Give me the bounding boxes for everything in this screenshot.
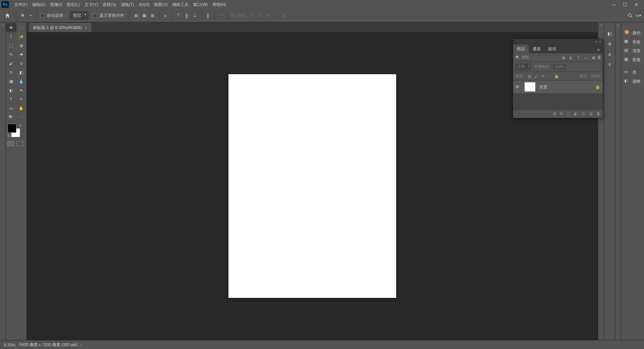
foreground-color[interactable] (7, 124, 16, 133)
panel-close-icon[interactable]: × (599, 40, 601, 44)
adjustment-layer-icon[interactable]: ◐ (574, 111, 578, 116)
show-transform-checkbox[interactable] (93, 13, 97, 18)
menu-select[interactable]: 选择(S) (100, 0, 119, 9)
menu-type[interactable]: 文字(Y) (82, 0, 101, 9)
document-tab-close[interactable]: × (85, 25, 88, 31)
layer-lock-icon[interactable]: 🔒 (595, 85, 600, 89)
canvas[interactable] (228, 74, 396, 298)
zoom-level[interactable]: 8.33% (4, 343, 15, 347)
swap-colors-icon[interactable]: ⤭ (19, 124, 22, 127)
menu-edit[interactable]: 编辑(E) (30, 0, 48, 9)
layer-mask-icon[interactable]: ◻ (567, 111, 570, 116)
blur-tool[interactable]: 💧 (16, 77, 27, 86)
eraser-tool[interactable]: ◧ (16, 68, 27, 77)
crop-tool[interactable]: ⛶ (6, 41, 16, 50)
filter-kind-label[interactable]: 类型 (521, 55, 529, 60)
menu-file[interactable]: 文件(F) (12, 0, 30, 9)
lasso-tool[interactable]: ⌇ (6, 32, 16, 41)
opacity-value[interactable]: 100% (553, 65, 566, 69)
hand-tool[interactable]: ✋ (16, 104, 27, 113)
healing-brush-tool[interactable]: ✚ (16, 50, 27, 59)
align-left-icon[interactable]: ▤ (133, 12, 139, 19)
menu-help[interactable]: 帮助(H) (210, 0, 228, 9)
document-tab[interactable]: 未标题-1 @ 8.33%(RGB/8) × (29, 23, 91, 32)
distribute-icon[interactable]: ≡ (162, 12, 169, 19)
tab-paths[interactable]: 路径 (544, 45, 560, 53)
minimize-button[interactable]: ─ (610, 1, 617, 7)
tab-channels[interactable]: 通道 (529, 45, 544, 53)
filter-adjust-icon[interactable]: ◐ (568, 55, 574, 60)
panel-libraries[interactable]: ▭ 库 (621, 68, 644, 77)
history-brush-tool[interactable]: ↻ (6, 68, 16, 77)
layer-visibility-icon[interactable]: 👁 (515, 85, 521, 89)
gradient-tool[interactable]: ▦ (6, 77, 16, 86)
filter-pixel-icon[interactable]: ▦ (561, 55, 566, 60)
align-bottom-icon[interactable]: ⊥ (192, 12, 198, 19)
magic-wand-tool[interactable]: ✨ (16, 32, 27, 41)
more-align-icon[interactable]: ⋯ (218, 12, 224, 19)
move-preset-dropdown[interactable]: ▾ (27, 12, 34, 19)
menu-image[interactable]: 图像(I) (48, 0, 64, 9)
maximize-button[interactable]: ☐ (622, 1, 628, 7)
rect-marquee-tool[interactable]: ⬚ (16, 23, 27, 32)
close-button[interactable]: ✕ (633, 1, 640, 7)
move-tool[interactable]: ✥ (6, 23, 16, 32)
character-panel-icon[interactable]: A (604, 49, 615, 60)
properties-panel-icon[interactable]: ▮▯ (604, 28, 615, 39)
panel-menu-icon[interactable]: ≡ (594, 46, 603, 53)
brush-tool[interactable]: 🖌 (6, 59, 16, 68)
filter-toggle[interactable] (598, 56, 600, 59)
pen-tool[interactable]: ✒ (16, 86, 27, 95)
panel-gradients[interactable]: ▤ 渐变 (621, 46, 644, 55)
auto-select-checkbox[interactable] (40, 13, 45, 18)
layer-thumbnail[interactable] (524, 82, 536, 92)
home-button[interactable] (2, 11, 13, 20)
layer-row[interactable]: 👁 背景 🔒 (513, 81, 603, 93)
layer-name[interactable]: 背景 (539, 84, 591, 90)
filter-shape-icon[interactable]: ▭ (583, 55, 588, 60)
group-icon[interactable]: 🗀 (581, 111, 585, 116)
panel-adjustments[interactable]: ◐ 调整 (621, 77, 644, 86)
menu-3d[interactable]: 3D(D) (136, 0, 152, 9)
clone-stamp-tool[interactable]: ⎚ (16, 59, 27, 68)
menu-view[interactable]: 视图(V) (152, 0, 170, 9)
align-right-icon[interactable]: ▥ (149, 12, 156, 19)
fill-value[interactable]: 100% (591, 74, 600, 78)
auto-select-target-dropdown[interactable]: 图层 (70, 12, 88, 19)
lock-transparent-icon[interactable]: ▦ (527, 73, 532, 79)
rectangle-tool[interactable]: ▭ (6, 104, 16, 113)
distribute-v-icon[interactable]: ‖ (205, 12, 211, 19)
quickmask-mode[interactable] (16, 141, 23, 146)
tab-layers[interactable]: 图层 (513, 45, 529, 53)
align-top-icon[interactable]: ⊤ (175, 12, 182, 19)
frame-tool[interactable]: ⊠ (16, 41, 27, 50)
lock-pixels-icon[interactable]: 🖌 (534, 73, 539, 79)
menu-layer[interactable]: 图层(L) (64, 0, 82, 9)
toolbox-collapse-handle[interactable]: « (0, 22, 6, 340)
panel-patterns[interactable]: ▩ 图案 (621, 55, 644, 64)
panel-color[interactable]: 🎨 颜色 (621, 28, 644, 37)
panel-swatches[interactable]: ▦ 色板 (621, 37, 644, 46)
color-swatches[interactable]: ⤭ ◱ (7, 124, 22, 137)
lock-artboard-icon[interactable]: ⬚ (547, 73, 552, 79)
dodge-tool[interactable]: ◐ (6, 86, 16, 95)
adjustments-panel-icon[interactable]: ⚙ (604, 39, 615, 49)
blend-mode-dropdown[interactable]: 正常 (515, 63, 531, 70)
right-collapse-handle-2[interactable]: « (615, 22, 621, 340)
doc-info[interactable]: 5400 像素 x 7200 像素 (300 ppi) (19, 342, 81, 348)
default-colors-icon[interactable]: ◱ (7, 133, 11, 137)
align-hcenter-icon[interactable]: ▦ (141, 12, 148, 19)
new-layer-icon[interactable]: ⊞ (589, 111, 593, 116)
layer-fx-icon[interactable]: fx (560, 111, 563, 116)
delete-layer-icon[interactable]: 🗑 (596, 111, 600, 116)
path-select-tool[interactable]: ↖ (16, 95, 27, 104)
lock-all-icon[interactable]: 🔒 (554, 73, 559, 79)
menu-window[interactable]: 窗口(W) (191, 0, 210, 9)
workspace-switcher-icon[interactable]: ▭▾ (635, 12, 642, 19)
edit-toolbar[interactable]: ⋯ (16, 113, 27, 122)
paragraph-panel-icon[interactable]: ¶ (604, 60, 615, 70)
link-layers-icon[interactable]: ⧉ (553, 111, 556, 116)
panel-collapse-icon[interactable]: « (595, 40, 597, 44)
zoom-tool[interactable]: 🔍 (6, 113, 16, 122)
filter-smart-icon[interactable]: ▣ (591, 55, 596, 60)
